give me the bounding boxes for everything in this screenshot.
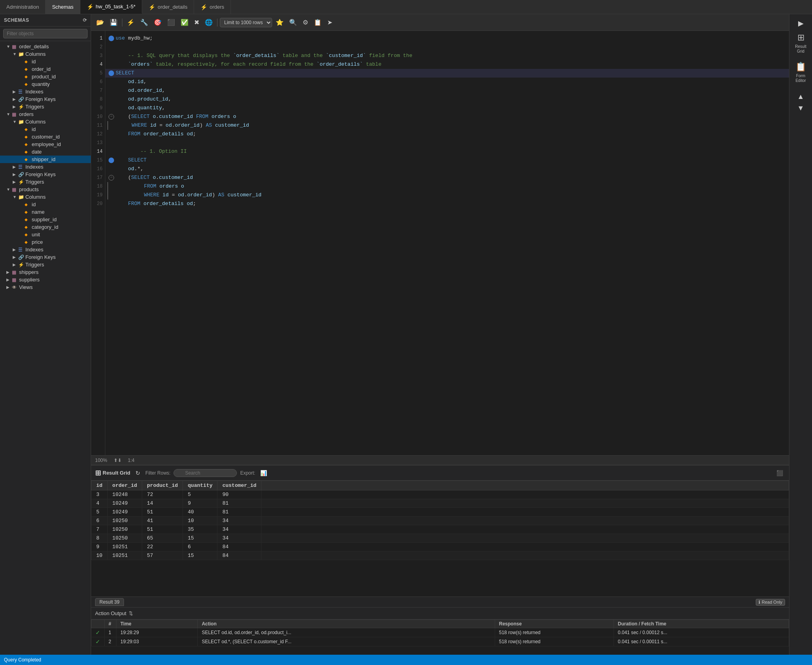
- sidebar-item-fk-orders[interactable]: ▶ 🔗 Foreign Keys: [0, 171, 91, 178]
- inspect-btn[interactable]: 🔍: [287, 17, 299, 27]
- scroll-up-btn[interactable]: ▲: [796, 91, 806, 103]
- rollback-btn[interactable]: ✖: [192, 17, 201, 27]
- table-row[interactable]: 1010251571584: [91, 551, 789, 560]
- collapse-9[interactable]: −: [109, 114, 114, 120]
- code-line-3a: -- 1. SQL query that displays the `order…: [105, 51, 789, 60]
- scroll-down-btn[interactable]: ▼: [796, 103, 806, 114]
- sidebar-item-od-id[interactable]: ◆ id: [0, 58, 91, 65]
- sidebar-item-orders-employeeid[interactable]: ◆ employee_id: [0, 141, 91, 148]
- sidebar-item-fk-od[interactable]: ▶ 🔗 Foreign Keys: [0, 95, 91, 103]
- star-btn[interactable]: ⭐: [274, 17, 286, 27]
- sidebar-item-products-supplierid[interactable]: ◆ supplier_id: [0, 216, 91, 223]
- sidebar-item-orders-date[interactable]: ◆ date: [0, 148, 91, 156]
- action-col-duration[interactable]: Duration / Fetch Time: [614, 620, 789, 628]
- refresh-result-btn[interactable]: ↻: [133, 469, 142, 477]
- stop-btn[interactable]: ⬛: [165, 17, 177, 27]
- sidebar-item-od-quantity[interactable]: ◆ quantity: [0, 80, 91, 88]
- sidebar-item-orders-customerid[interactable]: ◆ customer_id: [0, 133, 91, 141]
- sidebar-item-views[interactable]: ▶ 👁 Views: [0, 283, 91, 291]
- limit-select[interactable]: Limit to 1000 rows: [220, 18, 272, 27]
- debug-btn[interactable]: 🎯: [152, 17, 164, 27]
- table-row[interactable]: 810250651534: [91, 534, 789, 543]
- sidebar-item-indexes-od[interactable]: ▶ ☰ Indexes: [0, 88, 91, 95]
- sidebar-item-indexes-orders[interactable]: ▶ ☰ Indexes: [0, 163, 91, 171]
- table-row[interactable]: 610250411034: [91, 517, 789, 525]
- tab-administration[interactable]: Administration: [0, 0, 46, 14]
- wrap-btn[interactable]: ⬛: [774, 469, 785, 477]
- zoom-stepper[interactable]: ⬆⬇: [114, 458, 122, 463]
- sidebar-item-triggers-od[interactable]: ▶ ⚡ Triggers: [0, 103, 91, 110]
- action-col-response[interactable]: Response: [495, 620, 614, 628]
- send-btn[interactable]: ➤: [325, 17, 334, 27]
- commit-btn[interactable]: ✅: [179, 17, 191, 27]
- export-btn[interactable]: 📊: [258, 469, 269, 477]
- col-quantity[interactable]: quantity: [183, 481, 217, 490]
- sidebar-item-columns-products[interactable]: ▼ 📁 Columns: [0, 193, 91, 201]
- sidebar-item-suppliers[interactable]: ▶ ▦ suppliers: [0, 276, 91, 283]
- sidebar-item-products-price[interactable]: ◆ price: [0, 238, 91, 246]
- form-editor-btn[interactable]: 📋 FormEditor: [791, 59, 811, 86]
- action-col-time[interactable]: Time: [116, 620, 198, 628]
- tab-hw05-label: hw_05_task_1-5*: [96, 4, 135, 10]
- sidebar-item-orders[interactable]: ▼ ▦ orders: [0, 110, 91, 118]
- table-row[interactable]: 41024914981: [91, 499, 789, 508]
- breakpoint-14[interactable]: [109, 158, 114, 163]
- execute-btn[interactable]: ⚡: [125, 17, 137, 27]
- linenum-3: 3: [100, 51, 103, 60]
- explain-btn[interactable]: 🔧: [138, 17, 150, 27]
- sidebar-item-products-id[interactable]: ◆ id: [0, 201, 91, 208]
- tab-orders[interactable]: ⚡ orders: [194, 0, 231, 14]
- sidebar-item-columns-od[interactable]: ▼ 📁 Columns: [0, 50, 91, 58]
- linenum-1: 1: [100, 34, 103, 43]
- action-table-wrap[interactable]: # Time Action Response Duration / Fetch …: [91, 619, 789, 655]
- snippet-btn[interactable]: 📋: [312, 17, 324, 27]
- table-row[interactable]: 31024872590: [91, 490, 789, 499]
- sidebar-item-products[interactable]: ▼ ▦ products: [0, 186, 91, 193]
- action-sort-icon[interactable]: ⇅: [129, 610, 133, 616]
- right-panel: ▶ ⊞ ResultGrid 📋 FormEditor ▲ ▼: [789, 14, 812, 655]
- settings-btn[interactable]: ⚙: [301, 17, 310, 27]
- sidebar-item-products-categoryid[interactable]: ◆ category_id: [0, 223, 91, 231]
- result-tab-label: Result 39: [99, 599, 120, 605]
- result-grid-side-btn[interactable]: ⊞ ResultGrid: [791, 29, 811, 57]
- result-search-input[interactable]: [173, 469, 237, 477]
- schema-btn[interactable]: 🌐: [203, 17, 215, 27]
- sidebar-item-shippers[interactable]: ▶ ▦ shippers: [0, 268, 91, 276]
- sidebar-item-indexes-products[interactable]: ▶ ☰ Indexes: [0, 246, 91, 253]
- action-col-action[interactable]: Action: [198, 620, 495, 628]
- tab-schemas[interactable]: Schemas: [46, 0, 80, 14]
- sidebar-item-triggers-products[interactable]: ▶ ⚡ Triggers: [0, 261, 91, 268]
- code-editor[interactable]: use mydb_hw; -- 1. SQL query that displa…: [105, 31, 789, 455]
- result-grid-button[interactable]: ⊞ Result Grid: [95, 469, 130, 477]
- table-row[interactable]: 510249514081: [91, 508, 789, 517]
- sidebar-item-order-details[interactable]: ▼ ▦ order_details: [0, 43, 91, 50]
- breakpoint-1[interactable]: [109, 36, 114, 41]
- sidebar-refresh-icon[interactable]: ⟳: [83, 17, 87, 23]
- result-tab[interactable]: Result 39: [95, 598, 124, 606]
- sidebar-item-orders-shipperid[interactable]: ◆ shipper_id: [0, 156, 91, 163]
- col-order-id[interactable]: order_id: [107, 481, 142, 490]
- table-row[interactable]: 91025122684: [91, 543, 789, 551]
- tab-order-details[interactable]: ⚡ order_details: [142, 0, 194, 14]
- sidebar-item-orders-id[interactable]: ◆ id: [0, 125, 91, 133]
- sidebar-item-fk-products[interactable]: ▶ 🔗 Foreign Keys: [0, 253, 91, 261]
- col-product-id[interactable]: product_id: [142, 481, 183, 490]
- breakpoint-4[interactable]: [109, 70, 114, 76]
- table-row[interactable]: 710250513534: [91, 525, 789, 534]
- sidebar-item-od-orderid[interactable]: ◆ order_id: [0, 65, 91, 73]
- diamond-icon-products-name: ◆: [25, 210, 32, 214]
- col-id[interactable]: id: [91, 481, 108, 490]
- collapse-16[interactable]: −: [109, 175, 114, 180]
- open-folder-btn[interactable]: 📂: [94, 17, 106, 27]
- result-arrow-btn[interactable]: ▶: [797, 17, 805, 29]
- tab-hw05[interactable]: ⚡ hw_05_task_1-5*: [80, 0, 142, 14]
- sidebar-item-od-productid[interactable]: ◆ product_id: [0, 73, 91, 80]
- sidebar-item-columns-orders[interactable]: ▼ 📁 Columns: [0, 118, 91, 125]
- sidebar-item-triggers-orders[interactable]: ▶ ⚡ Triggers: [0, 178, 91, 186]
- sidebar-item-products-name[interactable]: ◆ name: [0, 208, 91, 216]
- save-btn[interactable]: 💾: [108, 17, 120, 27]
- col-customer-id[interactable]: customer_id: [217, 481, 261, 490]
- result-table-wrap[interactable]: id order_id product_id quantity customer…: [91, 481, 789, 597]
- sidebar-search-input[interactable]: [3, 29, 88, 38]
- sidebar-item-products-unit[interactable]: ◆ unit: [0, 231, 91, 238]
